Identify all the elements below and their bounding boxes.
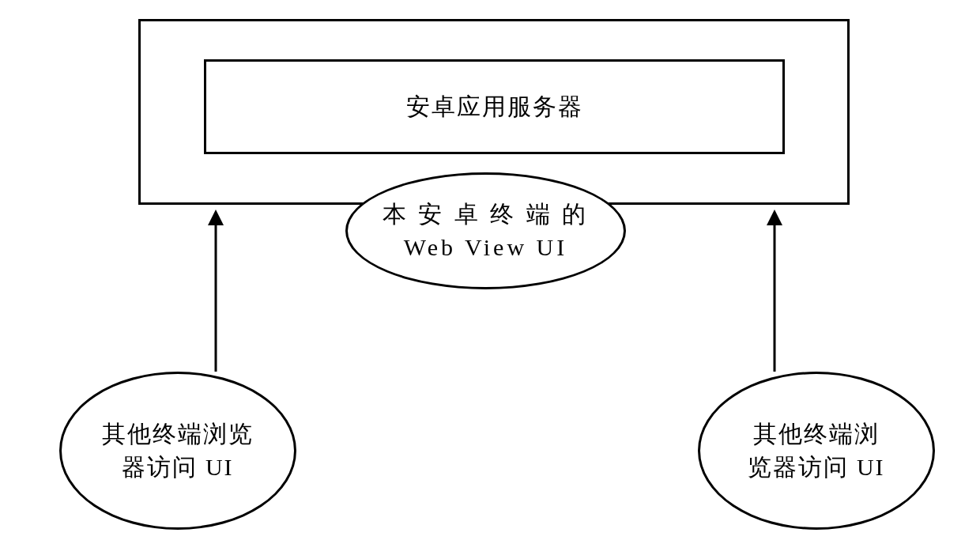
- right-line1: 其他终端浏: [753, 421, 880, 447]
- svg-marker-3: [767, 210, 782, 225]
- right-arrow-icon: [763, 206, 786, 376]
- left-arrow-icon: [204, 206, 228, 376]
- left-line1: 其他终端浏览: [102, 421, 254, 447]
- svg-marker-1: [208, 210, 224, 225]
- center-line2: Web View UI: [404, 234, 568, 260]
- left-ellipse-text: 其他终端浏览 器访问 UI: [102, 417, 254, 484]
- right-browser-ellipse: 其他终端浏 览器访问 UI: [698, 372, 935, 530]
- right-line2: 览器访问 UI: [748, 454, 884, 480]
- server-box: 安卓应用服务器: [204, 59, 785, 154]
- server-box-label: 安卓应用服务器: [406, 91, 583, 123]
- right-ellipse-text: 其他终端浏 览器访问 UI: [748, 417, 884, 484]
- left-browser-ellipse: 其他终端浏览 器访问 UI: [59, 372, 296, 530]
- left-line2: 器访问 UI: [122, 454, 233, 480]
- local-webview-ellipse: 本 安 卓 终 端 的 Web View UI: [345, 172, 626, 289]
- center-ellipse-text: 本 安 卓 终 端 的 Web View UI: [383, 198, 590, 264]
- center-line1: 本 安 卓 终 端 的: [383, 201, 590, 227]
